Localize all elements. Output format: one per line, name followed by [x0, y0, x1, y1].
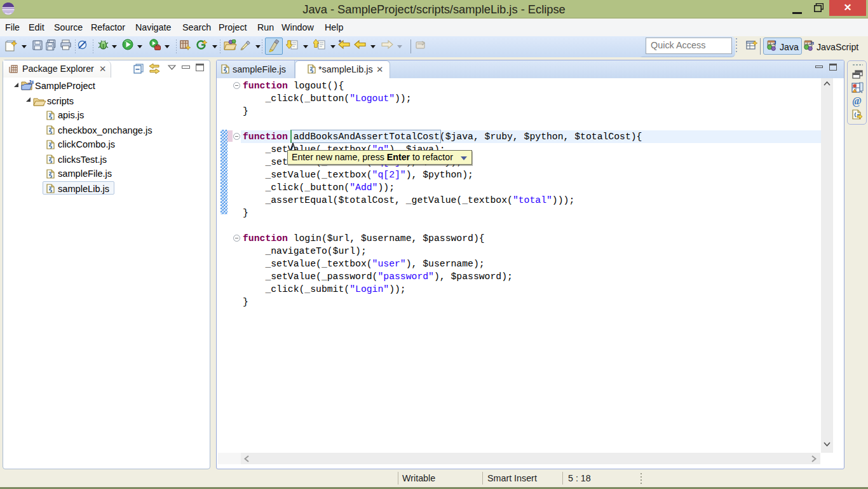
- svg-text:Js: Js: [28, 80, 34, 85]
- svg-text:J: J: [773, 40, 776, 46]
- svg-text:Js: Js: [810, 40, 814, 46]
